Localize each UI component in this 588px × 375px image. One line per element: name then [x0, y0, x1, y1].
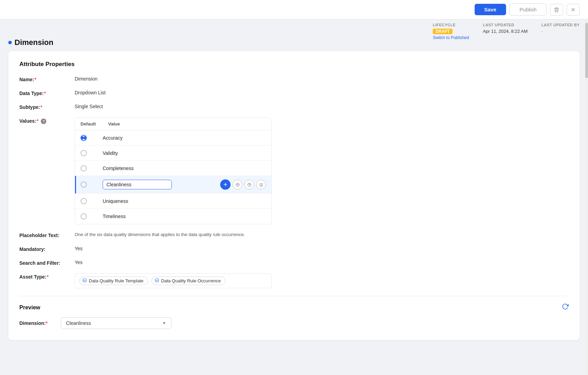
delete-button[interactable]: [550, 4, 563, 16]
divider: [19, 296, 569, 296]
lifecycle-badge: DRAFT: [433, 29, 452, 34]
asset-type-label: Asset Type:*: [19, 273, 75, 280]
refresh-icon[interactable]: [562, 303, 569, 312]
name-label: Name:*: [19, 76, 75, 82]
radio-col: [81, 213, 103, 219]
name-value: Dimension: [75, 76, 97, 82]
lifecycle-meta: LIFECYCLE DRAFT Switch to Published: [433, 23, 469, 40]
save-button[interactable]: Save: [475, 4, 506, 15]
values-table-header: Default Value: [75, 118, 271, 130]
value-uniqueness: Uniqueness: [103, 198, 266, 204]
asset-tag-occurrence: Data Quality Rule Occurrence: [151, 276, 225, 285]
publish-button[interactable]: Publish: [510, 3, 547, 16]
preview-form-row: Dimension:* Cleanliness ▼: [19, 317, 569, 329]
search-filter-value: Yes: [75, 260, 83, 265]
search-filter-label: Search and Filter:: [19, 260, 75, 266]
asset-tag-occurrence-label: Data Quality Rule Occurrence: [161, 278, 221, 283]
table-row: Uniqueness: [75, 194, 271, 209]
value-cleanliness: [103, 180, 217, 189]
svg-point-6: [83, 279, 87, 282]
radio-col: [81, 165, 103, 171]
placeholder-row: Placeholder Text: One of the six data qu…: [19, 232, 569, 238]
status-dot: [8, 41, 12, 44]
subtype-value: Single Select: [75, 104, 103, 109]
radio-col: [81, 150, 103, 156]
col-value-header: Value: [108, 121, 120, 126]
datatype-row: Data Type:* Dropdown List: [19, 90, 569, 96]
placeholder-value: One of the six data quality dimensions t…: [75, 232, 245, 237]
preview-header: Preview: [19, 303, 569, 312]
radio-col: [81, 198, 103, 204]
scrollbar-thumb[interactable]: [585, 23, 588, 78]
radio-accuracy[interactable]: [81, 135, 87, 141]
asset-tag-icon: [82, 278, 87, 284]
name-row: Name:* Dimension: [19, 76, 569, 82]
asset-tag-icon-2: [155, 278, 159, 284]
delete-value-button[interactable]: [256, 180, 266, 189]
preview-dropdown-value: Cleanliness: [66, 320, 91, 326]
asset-type-row: Asset Type:* Data Quality Rule Template …: [19, 273, 569, 288]
radio-cleanliness[interactable]: [81, 181, 87, 188]
value-accuracy: Accuracy: [103, 135, 266, 141]
last-updated-label: LAST UPDATED: [483, 23, 528, 27]
move-down-button[interactable]: [244, 180, 254, 189]
chevron-down-icon: ▼: [162, 321, 166, 326]
switch-published-link[interactable]: Switch to Published: [433, 35, 469, 40]
search-filter-row: Search and Filter: Yes: [19, 260, 569, 266]
table-row: +: [75, 176, 271, 194]
cleanliness-input[interactable]: [103, 180, 172, 189]
table-row: Timeliness: [75, 209, 271, 224]
value-completeness: Completeness: [103, 166, 266, 171]
last-updated-by-value: -: [541, 29, 543, 34]
subtype-row: Subtype:* Single Select: [19, 104, 569, 110]
toolbar: Save Publish: [0, 0, 588, 19]
last-updated-by-meta: LAST UPDATED BY -: [541, 23, 580, 34]
page-title: Dimension: [15, 38, 53, 47]
value-timeliness: Timeliness: [103, 214, 266, 219]
asset-tag-template: Data Quality Rule Template: [79, 276, 148, 285]
radio-col: [81, 181, 103, 188]
last-updated-by-label: LAST UPDATED BY: [541, 23, 580, 27]
last-updated-meta: LAST UPDATED Apr 11, 2024, 8:22 AM: [483, 23, 528, 34]
preview-dropdown[interactable]: Cleanliness ▼: [61, 317, 171, 329]
asset-tag-label: Data Quality Rule Template: [89, 278, 143, 283]
values-label: Values:* ?: [19, 118, 75, 124]
table-row: Accuracy: [75, 130, 271, 146]
col-default-header: Default: [81, 121, 108, 126]
table-row: Validity: [75, 146, 271, 161]
last-updated-value: Apr 11, 2024, 8:22 AM: [483, 29, 528, 34]
table-row: Completeness: [75, 161, 271, 176]
add-value-button[interactable]: +: [220, 179, 231, 190]
radio-completeness[interactable]: [81, 165, 87, 171]
mandatory-value: Yes: [75, 246, 83, 251]
radio-uniqueness[interactable]: [81, 198, 87, 204]
help-icon[interactable]: ?: [41, 119, 46, 124]
datatype-label: Data Type:*: [19, 90, 75, 96]
preview-title: Preview: [19, 304, 40, 311]
subtype-label: Subtype:*: [19, 104, 75, 110]
mandatory-label: Mandatory:: [19, 246, 75, 252]
mandatory-row: Mandatory: Yes: [19, 246, 569, 252]
placeholder-label: Placeholder Text:: [19, 232, 75, 238]
radio-validity[interactable]: [81, 150, 87, 156]
scrollbar-track[interactable]: [585, 19, 588, 375]
close-button[interactable]: [567, 4, 580, 16]
datatype-value: Dropdown List: [75, 90, 106, 95]
radio-timeliness[interactable]: [81, 213, 87, 219]
move-up-button[interactable]: [233, 180, 242, 189]
card-title: Attribute Properties: [19, 61, 569, 68]
svg-point-7: [155, 279, 159, 282]
attribute-properties-card: Attribute Properties Name:* Dimension Da…: [8, 51, 580, 340]
row-actions: +: [220, 179, 266, 190]
asset-tags-container: Data Quality Rule Template Data Quality …: [75, 273, 272, 288]
meta-row: LIFECYCLE DRAFT Switch to Published LAST…: [433, 19, 580, 42]
lifecycle-label: LIFECYCLE: [433, 23, 469, 27]
radio-col: [81, 135, 103, 141]
values-row: Values:* ? Default Value Accuracy: [19, 118, 569, 224]
value-validity: Validity: [103, 150, 266, 156]
preview-dimension-label: Dimension:*: [19, 320, 61, 326]
values-table: Default Value Accuracy Validity: [75, 118, 272, 224]
